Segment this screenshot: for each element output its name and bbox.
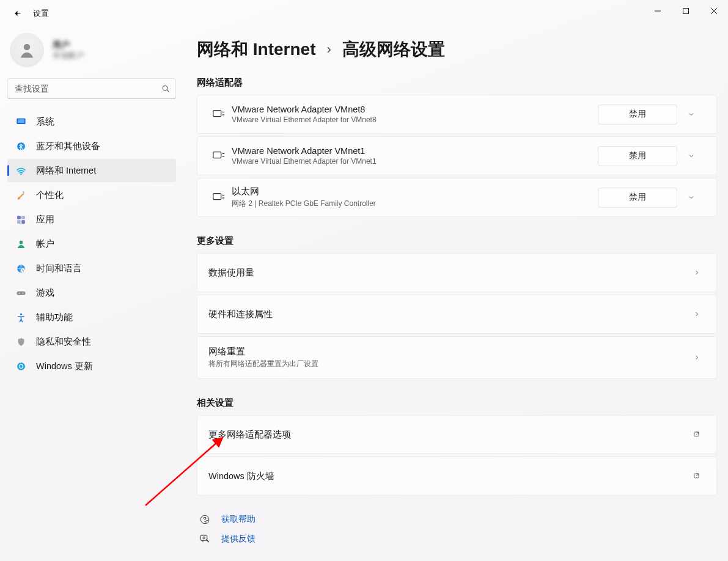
settings-row-data-usage[interactable]: 数据使用量 [197, 253, 717, 292]
chevron-right-icon [688, 310, 705, 318]
sidebar-item-gaming[interactable]: 游戏 [7, 281, 176, 304]
expand-button[interactable] [677, 111, 705, 118]
svg-point-26 [204, 521, 205, 522]
gamepad-icon [16, 288, 26, 298]
disable-button[interactable]: 禁用 [598, 105, 677, 125]
sidebar-item-label: 游戏 [36, 287, 54, 299]
row-title: 网络重置 [208, 346, 688, 358]
sidebar-item-update[interactable]: Windows 更新 [7, 354, 176, 378]
user-name: 用户 [53, 39, 84, 50]
footer-links: 获取帮助 提供反馈 [197, 514, 717, 544]
more-settings-list: 数据使用量 硬件和连接属性 网络重置 将所有网络适配器重置为出厂设置 [197, 253, 717, 379]
sidebar-item-network[interactable]: 网络和 Internet [7, 159, 176, 182]
related-row-more-adapters[interactable]: 更多网络适配器选项 [197, 415, 717, 454]
window-controls [644, 0, 728, 22]
sidebar-item-system[interactable]: 系统 [7, 110, 176, 133]
svg-rect-4 [18, 119, 24, 123]
user-block[interactable]: 用户 本地帐户 [7, 31, 176, 78]
breadcrumb-parent[interactable]: 网络和 Internet [197, 38, 315, 61]
open-external-icon [688, 472, 705, 480]
svg-rect-11 [21, 220, 25, 224]
accessibility-icon [16, 312, 26, 323]
sidebar-item-label: 系统 [36, 116, 54, 128]
svg-point-17 [23, 293, 24, 294]
adapter-title: VMware Network Adapter VMnet8 [232, 105, 598, 114]
titlebar: 设置 [0, 0, 728, 27]
svg-rect-9 [21, 216, 25, 219]
sidebar-item-time[interactable]: 时间和语言 [7, 257, 176, 280]
breadcrumb: 网络和 Internet › 高级网络设置 [197, 33, 717, 77]
settings-row-reset[interactable]: 网络重置 将所有网络适配器重置为出厂设置 [197, 336, 717, 379]
chevron-right-icon [688, 269, 705, 276]
adapter-subtitle: VMware Virtual Ethernet Adapter for VMne… [232, 157, 598, 166]
nav: 系统 蓝牙和其他设备 网络和 Internet 个性化 [7, 110, 176, 378]
svg-rect-20 [213, 111, 221, 117]
svg-point-6 [20, 174, 21, 175]
sidebar-item-privacy[interactable]: 隐私和安全性 [7, 330, 176, 353]
sidebar-item-label: 时间和语言 [36, 263, 82, 274]
svg-point-29 [203, 537, 205, 538]
svg-rect-10 [17, 220, 21, 224]
sidebar-item-accessibility[interactable]: 辅助功能 [7, 306, 176, 329]
svg-rect-22 [213, 194, 221, 200]
sidebar-item-label: 网络和 Internet [36, 165, 96, 177]
expand-button[interactable] [677, 194, 705, 201]
minimize-button[interactable] [644, 0, 672, 22]
breadcrumb-current: 高级网络设置 [342, 38, 445, 61]
close-icon [711, 8, 717, 14]
sidebar-item-label: 蓝牙和其他设备 [36, 141, 100, 152]
open-external-icon [688, 431, 705, 438]
svg-point-19 [17, 362, 25, 370]
feedback-icon [199, 534, 210, 544]
search-wrap [7, 78, 176, 99]
related-row-firewall[interactable]: Windows 防火墙 [197, 457, 717, 496]
feedback-link[interactable]: 提供反馈 [199, 534, 717, 544]
expand-button[interactable] [677, 152, 705, 160]
adapter-row[interactable]: VMware Network Adapter VMnet1 VMware Vir… [197, 136, 717, 175]
svg-rect-0 [683, 9, 689, 14]
brush-icon [16, 190, 26, 200]
sidebar-item-label: 辅助功能 [36, 312, 73, 323]
search-input[interactable] [7, 78, 176, 99]
account-icon [16, 239, 26, 249]
main: 网络和 Internet › 高级网络设置 网络适配器 VMware Netwo… [183, 27, 728, 561]
disable-button[interactable]: 禁用 [598, 188, 677, 208]
disable-button[interactable]: 禁用 [598, 146, 677, 166]
person-icon [18, 41, 36, 59]
close-button[interactable] [700, 0, 728, 22]
svg-point-18 [20, 313, 22, 315]
row-title: Windows 防火墙 [208, 471, 688, 482]
adapter-row[interactable]: VMware Network Adapter VMnet8 VMware Vir… [197, 95, 717, 134]
adapter-subtitle: VMware Virtual Ethernet Adapter for VMne… [232, 116, 598, 124]
adapter-list: VMware Network Adapter VMnet8 VMware Vir… [197, 95, 717, 217]
user-text: 用户 本地帐户 [53, 39, 84, 61]
svg-point-27 [205, 520, 208, 523]
sidebar-item-bluetooth[interactable]: 蓝牙和其他设备 [7, 134, 176, 158]
settings-row-hardware[interactable]: 硬件和连接属性 [197, 295, 717, 334]
svg-point-12 [20, 240, 23, 244]
user-sub: 本地帐户 [53, 51, 84, 61]
section-title-related: 相关设置 [197, 397, 717, 409]
help-label: 获取帮助 [221, 514, 256, 525]
svg-point-16 [19, 293, 20, 294]
svg-rect-15 [17, 291, 25, 295]
sidebar-item-apps[interactable]: 应用 [7, 208, 176, 231]
maximize-icon [683, 8, 689, 14]
sidebar-item-label: 帐户 [36, 238, 54, 250]
section-title-more: 更多设置 [197, 235, 717, 247]
sidebar-item-label: 应用 [36, 214, 54, 226]
help-icon [199, 514, 210, 525]
wifi-icon [16, 166, 26, 176]
network-card-icon [206, 108, 232, 121]
shield-icon [16, 337, 26, 347]
bluetooth-icon [16, 141, 26, 152]
adapter-subtitle: 网络 2 | Realtek PCIe GbE Family Controlle… [232, 199, 598, 209]
maximize-button[interactable] [672, 0, 700, 22]
sidebar-item-accounts[interactable]: 帐户 [7, 232, 176, 255]
system-icon [16, 117, 26, 127]
adapter-title: VMware Network Adapter VMnet1 [232, 146, 598, 156]
adapter-row[interactable]: 以太网 网络 2 | Realtek PCIe GbE Family Contr… [197, 178, 717, 217]
help-link[interactable]: 获取帮助 [199, 514, 717, 525]
sidebar-item-personalize[interactable]: 个性化 [7, 183, 176, 207]
back-button[interactable] [9, 4, 27, 23]
